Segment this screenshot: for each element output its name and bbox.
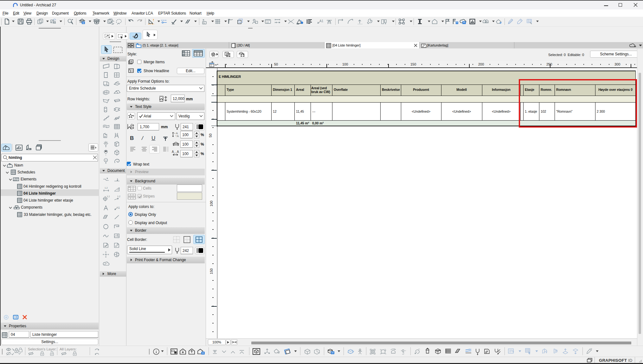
svg-text:A: A	[177, 150, 179, 154]
svg-text:A1: A1	[116, 206, 120, 209]
svg-text:α: α	[118, 187, 119, 189]
svg-text:1.2: 1.2	[107, 195, 110, 198]
svg-text:1.2: 1.2	[105, 187, 108, 189]
svg-text:A1: A1	[319, 19, 324, 23]
svg-text:A: A	[172, 150, 174, 154]
svg-text:1.2: 1.2	[117, 195, 120, 198]
svg-text:12: 12	[266, 21, 269, 23]
svg-text:1: 1	[105, 159, 107, 162]
svg-text:A: A	[177, 135, 179, 138]
